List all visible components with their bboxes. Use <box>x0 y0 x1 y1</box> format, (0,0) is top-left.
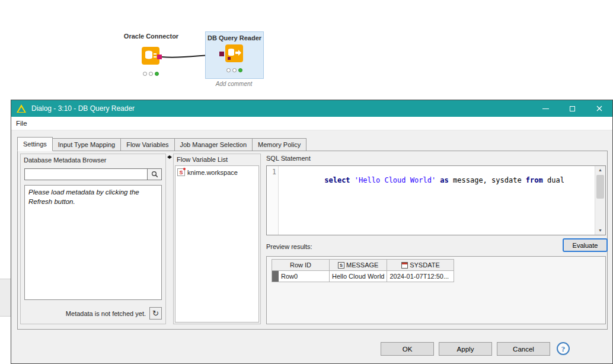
workflow-canvas[interactable]: Oracle Connector DB Query Reader <box>0 0 613 100</box>
flow-variable-list-panel: Flow Variable List S knime.workspace <box>173 154 261 324</box>
row-selector[interactable] <box>272 271 279 282</box>
metadata-footer: Metadata is not fetched yet. ↻ <box>24 307 162 320</box>
status-light-yellow <box>149 72 153 76</box>
evaluate-button[interactable]: Evaluate <box>563 238 608 252</box>
close-button[interactable] <box>586 100 612 117</box>
panel-splitter[interactable] <box>167 154 172 324</box>
help-button[interactable]: ? <box>557 342 570 355</box>
minimize-button[interactable] <box>532 100 559 117</box>
scroll-up-icon[interactable]: ▲ <box>595 166 605 174</box>
line-number-gutter: 1 <box>267 166 279 235</box>
sql-editor-scrollbar[interactable]: ▲ ▼ <box>595 166 605 235</box>
reader-input-port[interactable] <box>219 52 224 56</box>
window-controls <box>532 100 612 117</box>
screen: Oracle Connector DB Query Reader <box>0 0 613 364</box>
metadata-browser-title: Database Metadata Browser <box>24 157 106 164</box>
settings-tab-panel: Database Metadata Browser Please load me… <box>17 151 608 330</box>
scrollbar-thumb[interactable] <box>596 175 604 199</box>
metadata-tree-area[interactable]: Please load metadata by clicking the Ref… <box>24 185 162 300</box>
column-header-rowid[interactable]: Row ID <box>272 260 330 271</box>
refresh-button[interactable]: ↻ <box>149 307 162 320</box>
metadata-search-input[interactable] <box>24 168 148 180</box>
metadata-empty-message: Please load metadata by clicking the Ref… <box>28 188 158 206</box>
status-light-green <box>238 68 242 72</box>
cancel-button[interactable]: Cancel <box>497 342 550 356</box>
tab-settings[interactable]: Settings <box>17 137 53 151</box>
minimize-icon <box>542 108 549 109</box>
sysdate-cell: 2024-01-07T12:50... <box>387 271 454 282</box>
connection-line <box>0 0 613 100</box>
tab-flow-variables[interactable]: Flow Variables <box>120 138 174 151</box>
refresh-icon: ↻ <box>152 309 159 318</box>
dialog-titlebar[interactable]: Dialog - 3:10 - DB Query Reader <box>11 100 612 117</box>
menu-file[interactable]: File <box>11 120 32 127</box>
ok-button[interactable]: OK <box>381 342 434 356</box>
dialog-window: Dialog - 3:10 - DB Query Reader File Set… <box>11 100 613 364</box>
search-button[interactable] <box>148 168 162 180</box>
oracle-output-port[interactable] <box>157 55 162 59</box>
collapse-right-icon[interactable] <box>170 155 172 159</box>
status-light-yellow <box>232 68 237 72</box>
table-row[interactable]: Row0 Hello Cloud World 2024-01-07T12:50.… <box>272 271 454 282</box>
add-comment-label[interactable]: Add comment <box>205 81 263 87</box>
db-query-reader-node-icon[interactable] <box>225 44 243 62</box>
scroll-down-icon[interactable]: ▼ <box>595 226 605 235</box>
status-light-red <box>226 68 231 72</box>
node-label-db-query-reader: DB Query Reader <box>206 32 263 41</box>
list-item-knime-workspace[interactable]: S knime.workspace <box>175 166 258 178</box>
string-type-icon: S <box>338 262 344 269</box>
flow-variable-list-title: Flow Variable List <box>177 156 228 163</box>
menu-bar: File <box>11 117 612 130</box>
message-cell: Hello Cloud World <box>330 271 387 282</box>
flow-variable-name: knime.workspace <box>187 169 238 176</box>
sql-code[interactable]: select 'Hello Cloud World' as message, s… <box>279 166 595 235</box>
date-type-icon <box>401 262 408 269</box>
column-header-message[interactable]: S MESSAGE <box>330 260 387 271</box>
table-header-row: Row ID S MESSAGE <box>272 260 454 271</box>
sql-statement-title: SQL Statement <box>266 155 311 162</box>
metadata-status-text: Metadata is not fetched yet. <box>66 310 146 317</box>
string-flow-variable-icon: S <box>177 168 185 176</box>
knime-logo-icon <box>16 104 27 113</box>
preview-table[interactable]: Row ID S MESSAGE <box>272 259 454 282</box>
status-light-green <box>155 72 159 76</box>
apply-button[interactable]: Apply <box>439 342 492 356</box>
tab-memory-policy[interactable]: Memory Policy <box>252 138 306 151</box>
dialog-title: Dialog - 3:10 - DB Query Reader <box>31 104 135 113</box>
query-reader-icon <box>225 44 243 62</box>
background-window-edge <box>0 279 11 317</box>
line-number: 1 <box>272 168 276 176</box>
node-label-oracle-connector: Oracle Connector <box>116 33 186 40</box>
tab-job-manager-selection[interactable]: Job Manager Selection <box>174 138 253 151</box>
tab-input-type-mapping[interactable]: Input Type Mapping <box>52 138 121 151</box>
close-icon <box>596 106 602 111</box>
column-header-sysdate[interactable]: SYSDATE <box>387 260 454 271</box>
metadata-search-row <box>24 168 162 180</box>
flow-variable-list[interactable]: S knime.workspace <box>175 165 259 323</box>
tab-strip: Settings Input Type Mapping Flow Variabl… <box>17 138 306 151</box>
preview-results-label: Preview results: <box>266 243 312 250</box>
preview-results-panel: Row ID S MESSAGE <box>266 256 606 324</box>
oracle-status-lights <box>143 72 159 76</box>
row-id-cell[interactable]: Row0 <box>272 271 330 282</box>
reader-status-lights <box>226 68 242 72</box>
search-icon <box>151 171 158 178</box>
maximize-button[interactable] <box>559 100 586 117</box>
status-light-red <box>143 72 147 76</box>
database-metadata-browser-panel: Database Metadata Browser Please load me… <box>20 154 166 324</box>
sql-editor[interactable]: 1 select 'Hello Cloud World' as message,… <box>266 165 606 235</box>
maximize-icon <box>570 106 575 111</box>
